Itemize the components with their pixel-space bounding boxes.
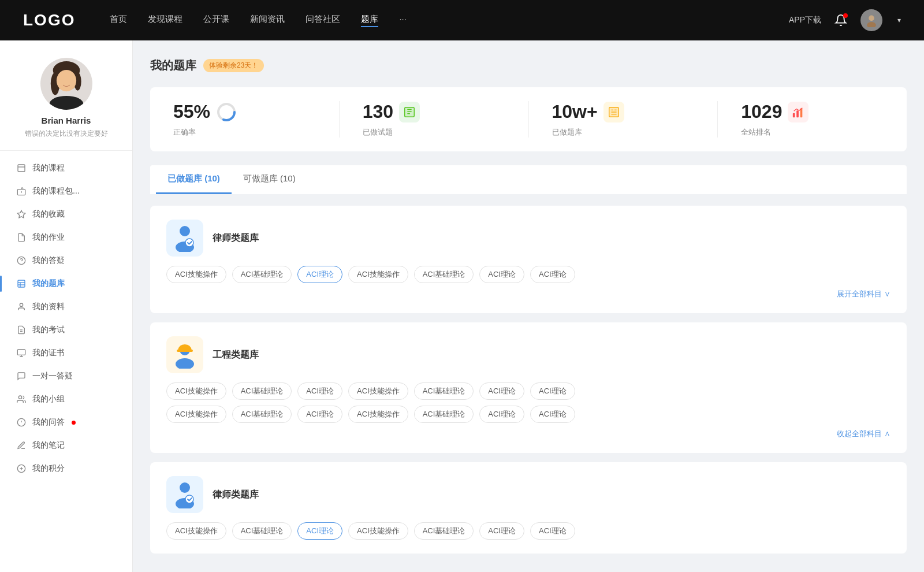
tab-available[interactable]: 可做题库 (10) — [232, 165, 307, 194]
bank-tag[interactable]: ACI理论 — [530, 406, 575, 423]
nav-discover[interactable]: 发现课程 — [148, 14, 182, 27]
avatar[interactable] — [860, 9, 882, 31]
sidebar-item-cert[interactable]: 我的证书 — [0, 341, 132, 365]
svg-point-19 — [20, 303, 23, 306]
bank-card-engineer: 工程类题库 ACI技能操作 ACI基础理论 ACI理论 ACI技能操作 ACI基… — [150, 322, 907, 453]
lawyer-icon-2 — [166, 476, 203, 513]
sidebar-item-course[interactable]: 我的课程 — [0, 157, 132, 180]
stat-done-banks: 10w+ 已做题库 — [529, 101, 718, 138]
note-icon — [16, 440, 27, 451]
bank-tag[interactable]: ACI基础理论 — [414, 406, 474, 423]
bank-tags-3: ACI技能操作 ACI基础理论 ACI理论 ACI技能操作 ACI基础理论 AC… — [166, 522, 891, 540]
engineer-icon — [166, 336, 203, 373]
sidebar-item-homework[interactable]: 我的作业 — [0, 226, 132, 249]
bank-card-header-3: 律师类题库 — [166, 476, 891, 513]
user-name: Brian Harris — [12, 116, 121, 125]
nav-open-class[interactable]: 公开课 — [203, 14, 229, 27]
sidebar-menu: 我的课程 我的课程包... 我的收藏 我的作业 — [0, 157, 132, 480]
collapse-all-2[interactable]: 收起全部科目 ∧ — [166, 429, 891, 439]
sidebar-item-group[interactable]: 我的小组 — [0, 388, 132, 411]
bank-tag[interactable]: ACI基础理论 — [414, 266, 474, 283]
bank-tag[interactable]: ACI理论 — [530, 382, 575, 400]
bank-tag[interactable]: ACI技能操作 — [166, 406, 226, 423]
bank-tag[interactable]: ACI理论 — [297, 406, 342, 423]
bank-tags-1: ACI技能操作 ACI基础理论 ACI理论 ACI技能操作 ACI基础理论 AC… — [166, 266, 891, 283]
bank-tag[interactable]: ACI基础理论 — [232, 522, 292, 540]
bank-tag[interactable]: ACI理论 — [479, 266, 524, 283]
cert-icon — [16, 348, 27, 358]
bank-tag[interactable]: ACI理论 — [530, 266, 575, 283]
nav-more[interactable]: ··· — [399, 14, 407, 27]
sidebar-item-points[interactable]: 我的积分 — [0, 457, 132, 480]
file-icon — [16, 302, 27, 312]
bank-tag[interactable]: ACI理论 — [297, 382, 342, 400]
sidebar-item-favorites[interactable]: 我的收藏 — [0, 203, 132, 226]
page-title: 我的题库 — [150, 58, 196, 73]
nav-home[interactable]: 首页 — [110, 14, 127, 27]
package-icon — [16, 186, 27, 196]
notification-bell[interactable] — [833, 12, 849, 28]
tab-done[interactable]: 已做题库 (10) — [156, 165, 232, 194]
bank-card-title-3: 律师类题库 — [213, 489, 259, 501]
bank-tag[interactable]: ACI基础理论 — [414, 382, 474, 400]
trial-badge: 体验剩余23天！ — [203, 59, 264, 72]
sidebar-item-question[interactable]: 我的答疑 — [0, 249, 132, 272]
sidebar-item-qa[interactable]: 我的问答 — [0, 411, 132, 434]
sidebar-item-quiz-bank[interactable]: 我的题库 — [0, 272, 132, 295]
sidebar-item-notes[interactable]: 我的笔记 — [0, 434, 132, 457]
bank-tag[interactable]: ACI基础理论 — [232, 266, 292, 283]
bank-tag[interactable]: ACI理论 — [479, 382, 524, 400]
bank-tag[interactable]: ACI技能操作 — [166, 522, 226, 540]
bank-tag[interactable]: ACI基础理论 — [232, 406, 292, 423]
points-icon — [16, 463, 27, 474]
sidebar-profile: Brian Harris 错误的决定比没有决定要好 — [0, 58, 132, 151]
svg-point-1 — [867, 22, 876, 27]
main-content: 我的题库 体验剩余23天！ 55% 正确率 — [133, 40, 924, 572]
one-on-one-icon — [16, 371, 27, 381]
bank-tag[interactable]: ACI理论 — [479, 522, 524, 540]
sidebar-item-one-on-one[interactable]: 一对一答疑 — [0, 365, 132, 388]
lawyer-icon-1 — [166, 220, 203, 257]
bank-tag[interactable]: ACI技能操作 — [348, 266, 408, 283]
bank-tag[interactable]: ACI技能操作 — [348, 382, 408, 400]
bank-tags-2-row2: ACI技能操作 ACI基础理论 ACI理论 ACI技能操作 ACI基础理论 AC… — [166, 406, 891, 423]
sidebar-item-exam[interactable]: 我的考试 — [0, 318, 132, 341]
bank-tag[interactable]: ACI技能操作 — [348, 522, 408, 540]
svg-rect-15 — [18, 280, 25, 287]
bank-card-title-2: 工程类题库 — [213, 349, 259, 361]
done-questions-number: 130 — [363, 101, 393, 122]
bank-tag[interactable]: ACI基础理论 — [414, 522, 474, 540]
svg-point-8 — [49, 96, 83, 110]
svg-rect-9 — [18, 165, 25, 172]
bank-tag-selected[interactable]: ACI理论 — [297, 266, 342, 283]
logo[interactable]: LOGO — [23, 11, 75, 29]
nav-news[interactable]: 新闻资讯 — [250, 14, 285, 27]
bank-card-header-2: 工程类题库 — [166, 336, 891, 373]
svg-rect-32 — [405, 107, 415, 117]
user-dropdown-icon[interactable]: ▾ — [897, 16, 901, 24]
sidebar-item-material[interactable]: 我的资料 — [0, 295, 132, 318]
app-download-button[interactable]: APP下载 — [789, 15, 821, 25]
bank-tag[interactable]: ACI理论 — [479, 406, 524, 423]
bank-tag-selected[interactable]: ACI理论 — [297, 522, 342, 540]
bank-tag[interactable]: ACI技能操作 — [348, 406, 408, 423]
nav-quiz[interactable]: 题库 — [361, 14, 378, 27]
svg-point-7 — [56, 70, 76, 91]
navbar-right: APP下载 ▾ — [789, 9, 901, 31]
expand-all-1[interactable]: 展开全部科目 ∨ — [166, 289, 891, 299]
bank-tag[interactable]: ACI技能操作 — [166, 266, 226, 283]
star-icon — [16, 209, 27, 220]
main-layout: Brian Harris 错误的决定比没有决定要好 我的课程 我的课程包... — [0, 40, 924, 572]
nav-qa[interactable]: 问答社区 — [305, 14, 340, 27]
sidebar-item-package[interactable]: 我的课程包... — [0, 180, 132, 203]
bank-tag[interactable]: ACI基础理论 — [232, 382, 292, 400]
stat-ranking: 1029 全站排名 — [718, 101, 907, 138]
bank-tag[interactable]: ACI技能操作 — [166, 382, 226, 400]
svg-point-54 — [185, 495, 193, 503]
bank-tags-2-row1: ACI技能操作 ACI基础理论 ACI理论 ACI技能操作 ACI基础理论 AC… — [166, 382, 891, 400]
svg-point-23 — [18, 396, 21, 399]
homework-icon — [16, 232, 27, 243]
bank-tag[interactable]: ACI理论 — [530, 522, 575, 540]
user-motto: 错误的决定比没有决定要好 — [12, 129, 121, 139]
accuracy-number: 55% — [173, 101, 210, 122]
